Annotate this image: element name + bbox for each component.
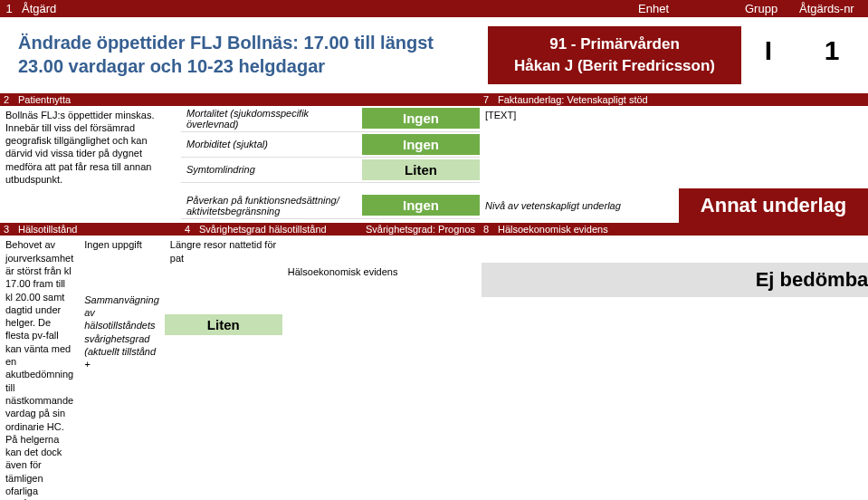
section7-text: [TEXT] [480,106,868,189]
metric2-label: Morbiditet (sjuktal) [181,137,362,151]
metric-row-3: Symtomlindring Liten [181,158,480,183]
row-headers-3-4-8: 3 Hälsotillstånd 4 Svårighetsgrad hälsot… [0,223,868,236]
grupp-value: I [741,26,796,84]
section2-num: 2 [4,94,18,105]
row-metric4: Påverkan på funktionsnedsättning/ aktivi… [0,188,868,223]
row-body-2-7: Bollnäs FLJ:s öppettider minskas. Innebä… [0,106,868,189]
samman-value: Liten [165,314,282,335]
header-enhet: Enhet [488,0,741,17]
section7-header: 7 Faktaunderlag: Vetenskapligt stöd [480,93,868,106]
atgnr-value: 1 [796,26,868,84]
badge-annat-underlag: Annat underlag [679,188,868,223]
metric2-value: Ingen [362,134,480,155]
section2-label: Patientnytta [18,94,71,105]
title-text: Ändrade öppettider FLJ Bollnäs: 17.00 ti… [18,31,470,78]
samman-label: Sammanvägning av hälsotillståndets svåri… [79,291,165,374]
niva-label: Nivå av vetenskapligt underlag [480,197,679,215]
section8-label: Hälsoekonomisk evidens [498,224,608,235]
row-body-3-4-8: Behovet av jourverksamhet är störst från… [0,236,868,500]
metric3-value: Liten [362,159,480,180]
section3-num: 3 [4,224,18,235]
header-grupp: Grupp [741,0,796,17]
section4-label: Svårighetsgrad hälsotillstånd [199,224,327,235]
metric-row-1: Mortalitet (sjukdomsspecifik överlevnad)… [181,106,480,132]
top-section: Ändrade öppettider FLJ Bollnäs: 17.00 ti… [0,17,868,93]
metric4-value: Ingen [362,195,480,216]
metric1-value: Ingen [362,108,480,129]
unit-block: 91 - Primärvården Håkan J (Berit Fredric… [488,26,741,84]
prognos-header: Svårighetsgrad: Prognos [362,223,480,236]
section3-label: Hälsotillstånd [18,224,77,235]
prognos-label: Svårighetsgrad: Prognos [366,224,475,235]
metric1-label: Mortalitet (sjukdomsspecifik överlevnad) [181,106,362,131]
section4-text: Ingen uppgift [79,236,165,254]
section3-text: Behovet av jourverksamhet är störst från… [0,236,79,500]
header-num: 1 [0,0,18,17]
section8-num: 8 [483,224,498,235]
title-block: Ändrade öppettider FLJ Bollnäs: 17.00 ti… [0,26,488,84]
header-atgard: Åtgärd [18,0,488,17]
section8-header: 8 Hälsoekonomisk evidens [480,223,868,236]
badge-ej-bedombar: Ej bedömbar [482,263,868,297]
section4-num: 4 [185,224,199,235]
unit-line1: 91 - Primärvården [491,34,738,55]
section2-header: 2 Patientnytta [0,93,480,106]
section7-num: 7 [483,94,498,105]
header-row: 1 Åtgärd Enhet Grupp Åtgärds-nr [0,0,868,17]
section3-header: 3 Hälsotillstånd [0,223,181,236]
section7-label: Faktaunderlag: Vetenskapligt stöd [498,94,648,105]
metric-row-4: Påverkan på funktionsnedsättning/ aktivi… [181,193,480,219]
metric3-label: Symtomlindring [181,162,362,177]
halsoek-sub-label: Hälsoekonomisk evidens [282,263,482,297]
unit-line2: Håkan J (Berit Fredricsson) [491,55,738,77]
prognos-text: Längre resor nattetid för pat [165,236,282,267]
header-atgnr: Åtgärds-nr [796,0,868,17]
section2-text: Bollnäs FLJ:s öppettider minskas. Innebä… [0,106,181,189]
row-headers-2-7: 2 Patientnytta 7 Faktaunderlag: Vetenska… [0,93,868,106]
metric4-label: Påverkan på funktionsnedsättning/ aktivi… [181,193,362,218]
metric-row-2: Morbiditet (sjuktal) Ingen [181,132,480,158]
section4-header: 4 Svårighetsgrad hälsotillstånd [181,223,362,236]
